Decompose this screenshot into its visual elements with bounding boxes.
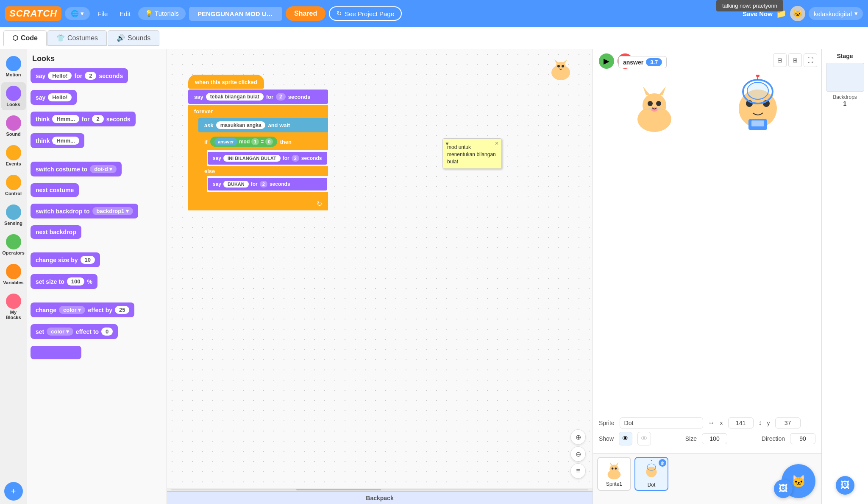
block-change-color-effect[interactable]: change color ▾ effect by 25 <box>31 302 134 317</box>
add-stage-button[interactable]: 🖼 <box>836 476 854 495</box>
sidebar-item-sound[interactable]: Sound <box>1 112 26 140</box>
sidebar-label-control: Control <box>5 191 22 196</box>
tab-sounds[interactable]: 🔊 Sounds <box>108 30 159 46</box>
tooltip-box: talking now: praetyonn <box>716 0 783 11</box>
show-eye-button[interactable]: 👁 <box>619 432 632 445</box>
direction-input[interactable] <box>790 433 815 444</box>
svg-marker-9 <box>659 87 666 95</box>
zoom-reset-button[interactable]: ≡ <box>570 463 586 479</box>
add-backdrop-button[interactable]: 🖼 <box>774 479 793 498</box>
sprite-info-row-1: Sprite ↔ x ↕ y <box>599 417 815 428</box>
scroll-thumb[interactable] <box>296 489 381 490</box>
say-block-3[interactable]: say BUKAN for 2 seconds <box>208 178 327 190</box>
svg-point-1 <box>556 62 566 72</box>
close-icon[interactable]: ✕ <box>495 140 499 147</box>
sensing-circle <box>6 204 21 220</box>
small-stage-button[interactable]: ⊟ <box>773 53 787 67</box>
main-layout: Motion Looks Sound Events Control Sensin… <box>0 49 868 504</box>
zoom-out-button[interactable]: ⊖ <box>570 446 586 462</box>
say-block-1[interactable]: say tebak bilangan bulat for 2 seconds <box>188 90 328 104</box>
sprite-info-row-2: Show 👁 👁 Size Direction <box>599 432 815 445</box>
sidebar-label-events: Events <box>6 161 21 166</box>
else-label: else <box>198 166 328 176</box>
show-label: Show <box>599 435 614 442</box>
right-panel: ▶ ⬛ answer 3.7 ⊟ ⊞ ⛶ <box>593 49 821 504</box>
svg-marker-29 <box>616 462 619 465</box>
sidebar-item-control[interactable]: Control <box>1 171 26 199</box>
block-next-costume[interactable]: next costume <box>31 183 79 197</box>
block-say-hello[interactable]: say Hello! <box>31 90 77 105</box>
if-inner: say INI BILANGAN BULAT for 2 seconds <box>207 150 328 166</box>
tab-code[interactable]: ⬡ Code <box>3 30 47 46</box>
code-icon: ⬡ <box>12 34 18 42</box>
block-change-size[interactable]: change size by 10 <box>31 252 100 267</box>
sidebar-item-variables[interactable]: Variables <box>1 260 26 288</box>
globe-button[interactable]: 🌐 ▾ <box>65 7 90 20</box>
script-area[interactable]: when this sprite clicked say tebak bilan… <box>167 49 593 504</box>
block-say-hello-seconds[interactable]: say Hello! for 2 seconds <box>31 68 128 83</box>
sidebar-item-operators[interactable]: Operators <box>1 231 26 259</box>
file-button[interactable]: File <box>93 8 112 20</box>
zoom-in-button[interactable]: ⊕ <box>570 429 586 445</box>
svg-point-31 <box>615 468 617 470</box>
sprite-thumb-dot[interactable]: 🗑 Dot <box>634 457 668 491</box>
answer-value: 3.7 <box>646 58 662 66</box>
block-switch-backdrop[interactable]: switch backdrop to backdrop1 ▾ <box>31 204 138 218</box>
events-circle <box>6 145 21 160</box>
backpack-bar[interactable]: Backpack <box>167 491 593 504</box>
block-think[interactable]: think Hmm... <box>31 133 84 148</box>
svg-marker-3 <box>563 59 567 64</box>
delete-sprite-button[interactable]: 🗑 <box>659 459 666 467</box>
x-arrow-icon: ↔ <box>708 419 715 427</box>
sidebar-item-myblocks[interactable]: My Blocks <box>1 290 26 323</box>
sprite-name-input[interactable] <box>620 417 703 428</box>
block-next-backdrop[interactable]: next backdrop <box>31 225 81 239</box>
scroll-track <box>171 489 588 490</box>
normal-stage-button[interactable]: ⊞ <box>788 53 802 67</box>
size-label: Size <box>685 435 697 442</box>
stage-thumbnail[interactable] <box>826 63 864 92</box>
block-partial[interactable] <box>31 346 81 359</box>
edit-button[interactable]: Edit <box>115 8 135 20</box>
script-block-group[interactable]: when this sprite clicked say tebak bilan… <box>188 75 328 210</box>
scratch-logo[interactable]: SCRATCH <box>5 6 61 21</box>
svg-marker-8 <box>643 87 650 95</box>
svg-point-11 <box>656 101 661 106</box>
horizontal-scrollbar[interactable] <box>167 488 593 491</box>
y-input[interactable] <box>775 417 801 428</box>
svg-point-5 <box>562 65 564 67</box>
say-block-2[interactable]: say INI BILANGAN BULAT for 2 seconds <box>208 152 327 165</box>
costume-icon: 👕 <box>56 34 65 42</box>
green-flag-button[interactable]: ▶ <box>599 53 614 69</box>
add-extension-button[interactable]: + <box>4 482 23 501</box>
block-switch-costume[interactable]: switch costume to dot-d ▾ <box>31 162 122 176</box>
if-block[interactable]: if answer mod 1 = 0 then <box>198 133 328 197</box>
sidebar-item-events[interactable]: Events <box>1 142 26 170</box>
comment-tooltip[interactable]: ✕ ▼ mod untuk menentukan bilangan bulat <box>442 138 502 169</box>
ask-block[interactable]: ask masukkan angka and wait <box>198 118 328 132</box>
sprite-thumb-sprite1[interactable]: Sprite1 <box>597 457 631 491</box>
forever-block[interactable]: forever ask masukkan angka and wait <box>188 105 328 210</box>
x-input[interactable] <box>728 417 754 428</box>
project-title-input[interactable]: PENGGUNAAN MOD UNT... <box>189 7 282 21</box>
account-button[interactable]: kelaskudigital ▾ <box>809 7 863 20</box>
block-set-size[interactable]: set size to 100 % <box>31 274 97 289</box>
sidebar-item-sensing[interactable]: Sensing <box>1 201 26 229</box>
tab-costumes[interactable]: 👕 Costumes <box>47 30 107 46</box>
fullscreen-button[interactable]: ⛶ <box>804 53 817 67</box>
size-input[interactable] <box>702 433 727 444</box>
sidebar-label-sensing: Sensing <box>4 221 22 226</box>
sidebar-label-myblocks: My Blocks <box>3 310 24 320</box>
hide-eye-button[interactable]: 👁 <box>637 432 651 445</box>
tutorials-button[interactable]: 💡 Tutorials <box>138 7 186 20</box>
shared-button[interactable]: Shared <box>286 6 326 21</box>
sidebar-item-motion[interactable]: Motion <box>1 53 26 81</box>
sidebar-item-looks[interactable]: Looks <box>1 82 26 110</box>
hat-block[interactable]: when this sprite clicked <box>188 75 264 89</box>
sidebar: Motion Looks Sound Events Control Sensin… <box>0 49 27 504</box>
sprite-label: Sprite <box>599 420 615 426</box>
script-canvas[interactable]: when this sprite clicked say tebak bilan… <box>167 49 593 491</box>
block-think-seconds[interactable]: think Hmm... for 2 seconds <box>31 112 136 126</box>
block-set-color-effect[interactable]: set color ▾ effect to 0 <box>31 324 118 339</box>
see-project-button[interactable]: ↻ See Project Page <box>329 6 402 21</box>
